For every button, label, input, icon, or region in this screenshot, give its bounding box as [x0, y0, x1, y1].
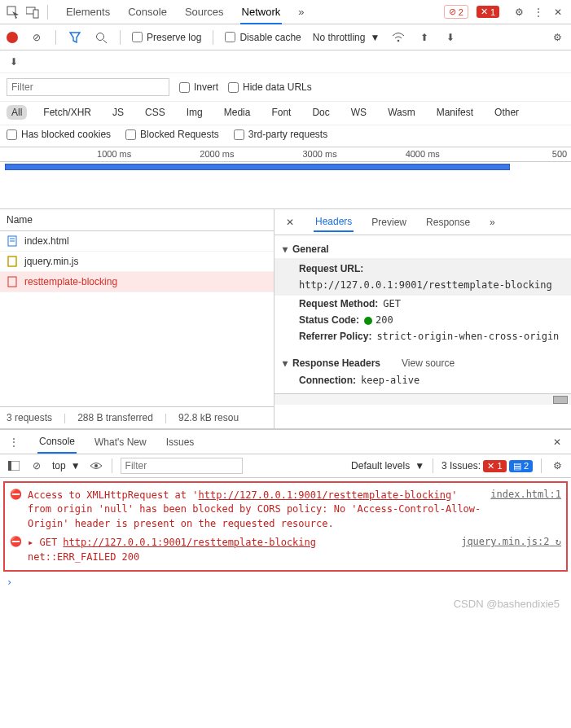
close-icon[interactable]: ✕ [550, 4, 566, 20]
tick: 3000 ms [302, 149, 336, 159]
type-fetch-xhr[interactable]: Fetch/XHR [38, 105, 96, 120]
tab-elements[interactable]: Elements [64, 1, 112, 24]
kebab-icon[interactable]: ⋮ [7, 435, 21, 450]
upload-icon[interactable]: ⬆ [417, 30, 432, 45]
url-link[interactable]: http://127.0.0.1:9001/resttemplate-block… [63, 537, 316, 548]
drawer-tab-console[interactable]: Console [37, 431, 77, 454]
type-doc[interactable]: Doc [307, 105, 334, 120]
wifi-icon[interactable] [391, 30, 406, 45]
throttling-select[interactable]: No throttling ▼ [313, 32, 380, 43]
status-bar: 3 requests | 288 B transferred | 92.8 kB… [0, 406, 274, 428]
console-error-row[interactable]: ⛔ ▸ GET http://127.0.0.1:9001/resttempla… [10, 533, 561, 567]
hide-data-urls-checkbox[interactable]: Hide data URLs [228, 81, 312, 93]
svg-point-14 [94, 464, 98, 467]
tabs-more[interactable]: » [488, 213, 497, 231]
close-details-icon[interactable]: ✕ [283, 215, 297, 230]
status-requests: 3 requests [7, 412, 52, 423]
tab-response[interactable]: Response [424, 213, 472, 231]
general-header[interactable]: General [283, 240, 563, 258]
error-badge-hard[interactable]: ✕ 1 [477, 6, 499, 18]
settings-gear-icon[interactable]: ⚙ [550, 30, 564, 45]
timeline[interactable]: 1000 ms 2000 ms 3000 ms 4000 ms 500 [0, 147, 571, 209]
k: Referrer Policy: [299, 331, 371, 342]
type-js[interactable]: JS [108, 105, 129, 120]
network-toolbar-row2: ⬇ [0, 50, 571, 73]
tab-sources[interactable]: Sources [183, 1, 226, 24]
preserve-log-checkbox[interactable]: Preserve log [132, 32, 201, 43]
tabs-more[interactable]: » [296, 1, 305, 24]
request-row[interactable]: index.html [0, 231, 274, 252]
k: Connection: [299, 375, 356, 386]
filter-input[interactable] [7, 78, 169, 96]
type-manifest[interactable]: Manifest [432, 105, 478, 120]
url-link[interactable]: http://127.0.0.1:9001/resttemplate-block… [199, 489, 452, 501]
clear-console-icon[interactable]: ⊘ [29, 458, 44, 473]
context-value: top [52, 460, 66, 471]
kv-status: Status Code:200 [283, 312, 563, 328]
source-link[interactable]: jquery.min.js:2 ↻ [461, 536, 561, 564]
column-header-name[interactable]: Name [0, 209, 274, 231]
drawer-tab-whatsnew[interactable]: What's New [93, 432, 148, 453]
kebab-icon[interactable]: ⋮ [530, 4, 547, 20]
request-row-selected[interactable]: resttemplate-blocking [0, 272, 274, 292]
type-wasm[interactable]: Wasm [383, 105, 420, 120]
levels-select[interactable]: Default levels ▼ [351, 460, 424, 471]
close-drawer-icon[interactable]: ✕ [550, 435, 564, 450]
download-har-icon[interactable]: ⬇ [7, 55, 21, 69]
console-prompt[interactable]: › [0, 575, 571, 590]
error-badge-soft[interactable]: ⊘ 2 [444, 5, 468, 19]
inspect-icon[interactable] [5, 4, 21, 20]
disable-cache-checkbox[interactable]: Disable cache [225, 32, 301, 43]
third-party-checkbox[interactable]: 3rd-party requests [234, 129, 327, 140]
blocked-requests-checkbox[interactable]: Blocked Requests [125, 129, 219, 140]
timeline-range-bar[interactable] [5, 164, 510, 170]
search-icon[interactable] [94, 30, 108, 45]
request-name: jquery.min.js [24, 256, 78, 267]
type-filter-row: All Fetch/XHR JS CSS Img Media Font Doc … [0, 102, 571, 125]
issues-summary[interactable]: 3 Issues: ✕ 1 ▤ 2 [441, 460, 533, 472]
filter-icon[interactable] [68, 30, 82, 45]
section-response-headers: Response Headers View source Connection:… [275, 349, 571, 393]
issues-warn-badge: ▤ 2 [509, 460, 533, 472]
gear-icon[interactable]: ⚙ [550, 458, 564, 473]
tab-preview[interactable]: Preview [370, 213, 408, 231]
sidebar-toggle-icon[interactable] [7, 458, 21, 473]
type-all[interactable]: All [7, 105, 27, 120]
type-img[interactable]: Img [182, 105, 208, 120]
drawer-tab-issues[interactable]: Issues [165, 432, 196, 453]
divider [120, 30, 121, 45]
type-ws[interactable]: WS [346, 105, 371, 120]
status-resources: 92.8 kB resou [178, 412, 239, 423]
clear-icon[interactable]: ⊘ [29, 30, 44, 45]
tab-console[interactable]: Console [126, 1, 169, 24]
view-source-link[interactable]: View source [402, 357, 455, 369]
response-headers-header[interactable]: Response Headers View source [283, 354, 563, 372]
scrollbar-thumb[interactable] [553, 396, 568, 404]
type-other[interactable]: Other [490, 105, 524, 120]
tab-network[interactable]: Network [240, 1, 283, 24]
source-link[interactable]: index.html:1 [490, 489, 561, 531]
divider [213, 30, 213, 45]
request-row[interactable]: jquery.min.js [0, 252, 274, 272]
invert-checkbox[interactable]: Invert [179, 81, 218, 93]
device-icon[interactable] [24, 4, 41, 20]
status-dot-icon [364, 317, 372, 325]
horizontal-scrollbar[interactable] [275, 393, 571, 405]
type-font[interactable]: Font [266, 105, 296, 120]
tab-headers[interactable]: Headers [314, 213, 354, 232]
eye-icon[interactable] [89, 458, 103, 473]
request-name: index.html [24, 235, 69, 247]
record-button[interactable] [7, 32, 18, 43]
k: Status Code: [299, 314, 359, 326]
context-select[interactable]: top ▼ [52, 460, 81, 471]
console-error-row[interactable]: ⛔ Access to XMLHttpRequest at 'http://12… [10, 486, 561, 533]
blocked-cookies-checkbox[interactable]: Has blocked cookies [7, 129, 111, 140]
type-css[interactable]: CSS [140, 105, 170, 120]
filter-row: Invert Hide data URLs [0, 73, 571, 102]
gear-icon[interactable]: ⚙ [511, 4, 527, 20]
general-label: General [292, 243, 329, 255]
tick: 4000 ms [406, 149, 440, 159]
console-filter-input[interactable] [121, 458, 243, 474]
type-media[interactable]: Media [219, 105, 256, 120]
download-icon[interactable]: ⬇ [443, 30, 458, 45]
